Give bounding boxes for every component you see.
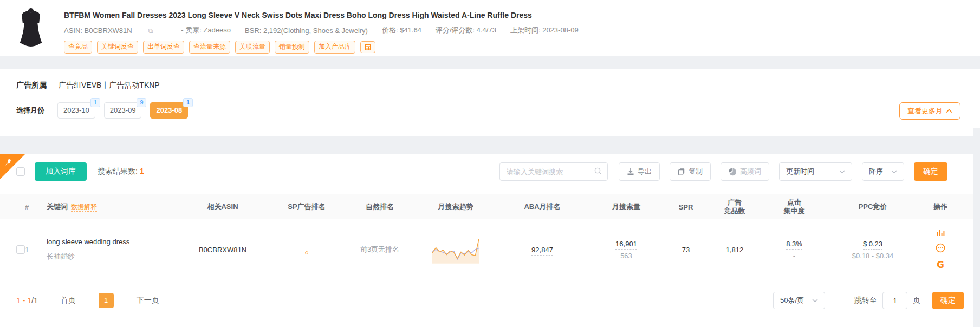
- header-related-asin: 相关ASIN: [177, 202, 269, 212]
- header-sp-ad-rank: SP广告排名: [269, 202, 345, 212]
- chevron-up-icon: [946, 109, 952, 113]
- header-ad-competitors: 广告竞品数: [708, 198, 762, 216]
- tag-keyword-reverse[interactable]: 关键词反查: [97, 41, 138, 54]
- header-monthly-trend: 月搜索趋势: [415, 202, 496, 212]
- calculator-icon[interactable]: [360, 41, 375, 53]
- view-more-months-button[interactable]: 查看更多月: [899, 102, 960, 120]
- tag-check-competitor[interactable]: 查竞品: [64, 41, 92, 54]
- copy-icon: [678, 168, 685, 175]
- row-checkbox[interactable]: [16, 245, 25, 254]
- keyword-translation: 长袖婚纱: [47, 252, 177, 261]
- more-actions-icon[interactable]: [936, 243, 945, 253]
- ppc-bid-value[interactable]: $ 0.23: [863, 240, 882, 250]
- ad-competitors-value: 1,812: [708, 246, 762, 254]
- tag-add-to-product-library[interactable]: 加入产品库: [314, 41, 355, 54]
- next-page-button[interactable]: 下一页: [137, 296, 159, 305]
- product-action-tags: 查竞品 关键词反查 出单词反查 查流量来源 关联流量 销量预测 加入产品库: [64, 41, 593, 54]
- chevron-down-icon: [839, 170, 845, 174]
- header-spr: SPR: [664, 203, 708, 211]
- click-concentration-sub: -: [762, 252, 827, 260]
- tag-order-word-reverse[interactable]: 出单词反查: [143, 41, 184, 54]
- ad-belong-label: 广告所属: [16, 81, 47, 90]
- ppc-bid-range: $0.18 - $0.34: [827, 252, 919, 260]
- product-bsr: BSR: 2,192(Clothing, Shoes & Jewelry): [245, 27, 368, 35]
- tag-related-traffic[interactable]: 关联流量: [235, 41, 270, 54]
- search-icon[interactable]: [594, 167, 602, 175]
- ad-attribution-card: 广告所属 广告组VEVB丨广告活动TKNP 选择月份 2023-10 1 202…: [0, 69, 980, 136]
- google-trends-icon[interactable]: G: [937, 259, 944, 270]
- keyword-analytics-icon[interactable]: [936, 229, 945, 237]
- page-unit-label: 页: [913, 296, 920, 305]
- product-price: 价格: $41.64: [382, 25, 421, 35]
- trend-sparkline[interactable]: [432, 233, 479, 266]
- product-listed-date: 上架时间: 2023-08-09: [510, 25, 579, 35]
- keyword-text[interactable]: long sleeve wedding dress: [47, 238, 129, 247]
- ad-belong-value: 广告组VEVB丨广告活动TKNP: [59, 81, 160, 90]
- click-concentration-value[interactable]: 8.3%: [786, 240, 802, 250]
- chevron-down-icon: [812, 299, 818, 303]
- month-button-2023-09[interactable]: 2023-09 9: [104, 102, 142, 119]
- product-asin: ASIN: B0CBRXW81N⧉: [64, 27, 167, 35]
- natural-rank-value: 前3页无排名: [345, 245, 415, 254]
- pagination-bar: 1 - 1/1 首页 1 下一页 50条/页 跳转至 页 确定: [0, 291, 980, 310]
- add-to-lexicon-button[interactable]: 加入词库: [35, 162, 87, 181]
- results-toolbar: 加入词库 搜索结果数:1 导出 复制 高频词 更新时间: [0, 162, 980, 181]
- keyword-search-box: [499, 162, 608, 181]
- search-volume-value[interactable]: 16,901: [615, 240, 637, 250]
- month-badge: 9: [137, 98, 146, 107]
- keyword-results-card: 加入词库 搜索结果数:1 导出 复制 高频词 更新时间: [0, 154, 980, 327]
- related-asin-value: B0CBRXW81N: [177, 246, 269, 254]
- pie-chart-icon: [729, 168, 737, 176]
- header-search-volume: 月搜索量: [588, 202, 664, 212]
- download-icon: [627, 168, 634, 175]
- data-explain-link[interactable]: 数据解释: [71, 203, 97, 212]
- month-button-2023-08-selected[interactable]: 2023-08 1: [150, 102, 188, 119]
- copy-button[interactable]: 复制: [670, 162, 711, 181]
- sp-rank-indicator-icon: [305, 251, 308, 254]
- page-size-select[interactable]: 50条/页: [773, 292, 825, 309]
- month-select-label: 选择月份: [16, 106, 44, 115]
- month-badge: 1: [90, 98, 100, 107]
- result-count-value: 1: [140, 167, 144, 175]
- product-rating: 评分/评分数: 4.4/73: [436, 25, 496, 35]
- header-actions: 操作: [919, 202, 962, 212]
- result-count: 搜索结果数:1: [98, 167, 144, 176]
- export-button[interactable]: 导出: [619, 162, 660, 181]
- external-link-icon[interactable]: ⧉: [148, 27, 153, 35]
- pagination-range: 1 - 1/1: [16, 296, 38, 305]
- table-header-row: # 关键词数据解释 相关ASIN SP广告排名 自然排名 月搜索趋势 ABA月排…: [0, 194, 980, 219]
- keyword-search-input[interactable]: [499, 162, 608, 181]
- spr-value: 73: [664, 246, 708, 254]
- product-image[interactable]: [16, 6, 46, 53]
- high-frequency-words-button[interactable]: 高频词: [721, 162, 769, 181]
- first-page-button[interactable]: 首页: [61, 296, 76, 305]
- search-volume-sub: 563: [588, 252, 664, 260]
- sort-order-select[interactable]: 降序: [862, 162, 904, 181]
- header-keyword: 关键词数据解释: [41, 202, 177, 212]
- product-seller: - 卖家: Zadeeso: [181, 25, 231, 35]
- product-summary-card: BTFBM Women Fall Dresses 2023 Long Sleev…: [0, 0, 980, 56]
- header-aba-rank: ABA月排名: [496, 202, 588, 212]
- product-title: BTFBM Women Fall Dresses 2023 Long Sleev…: [64, 11, 593, 19]
- row-index: 1: [25, 246, 41, 254]
- header-ppc-bid: PPC竞价: [827, 202, 919, 212]
- sort-field-select[interactable]: 更新时间: [779, 162, 852, 181]
- jump-page-input[interactable]: [882, 292, 907, 309]
- pagination-confirm-button[interactable]: 确定: [932, 292, 964, 309]
- header-click-concentration: 点击集中度: [762, 198, 827, 216]
- current-page-button[interactable]: 1: [99, 293, 114, 308]
- header-index: #: [25, 203, 41, 211]
- tag-traffic-source[interactable]: 查流量来源: [189, 41, 230, 54]
- scrollbar-track[interactable]: [973, 128, 980, 327]
- table-row: 1 long sleeve wedding dress 长袖婚纱 B0CBRXW…: [0, 219, 980, 280]
- aba-rank-value[interactable]: 92,847: [531, 246, 553, 256]
- pushpin-icon: [4, 158, 12, 167]
- toolbar-confirm-button[interactable]: 确定: [914, 162, 947, 181]
- header-natural-rank: 自然排名: [345, 202, 415, 212]
- tag-sales-forecast[interactable]: 销量预测: [275, 41, 309, 54]
- month-badge: 1: [183, 98, 193, 107]
- jump-to-label: 跳转至: [854, 296, 877, 305]
- chevron-down-icon: [891, 170, 897, 174]
- month-button-2023-10[interactable]: 2023-10 1: [57, 102, 95, 119]
- product-meta-row: ASIN: B0CBRXW81N⧉ - 卖家: Zadeeso BSR: 2,1…: [64, 25, 593, 35]
